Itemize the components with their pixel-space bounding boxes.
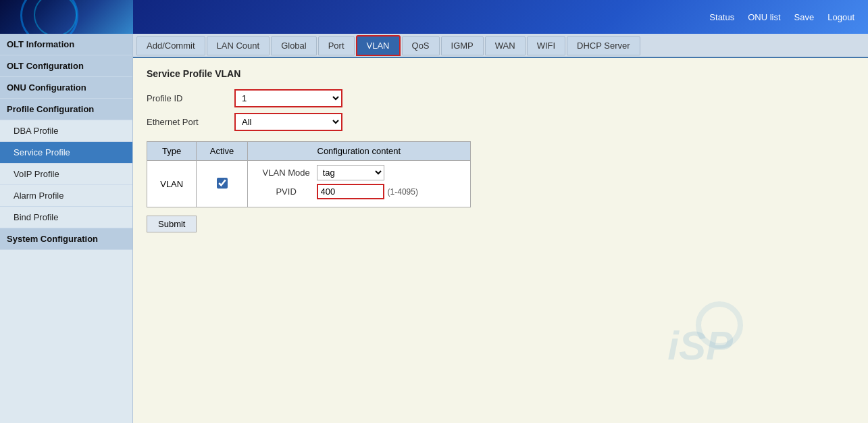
submit-button[interactable]: Submit — [147, 216, 197, 232]
col-config: Configuration content — [247, 142, 470, 161]
page-title: Service Profile VLAN — [147, 68, 854, 79]
status-link[interactable]: Status — [709, 12, 734, 22]
row-active — [197, 161, 247, 207]
onu-list-link[interactable]: ONU list — [748, 12, 780, 22]
pvid-input[interactable] — [317, 184, 384, 199]
row-config: VLAN Mode tag transparent translate PVID — [247, 161, 470, 207]
row-type: VLAN — [147, 161, 197, 207]
vlan-mode-row: VLAN Mode tag transparent translate — [256, 165, 462, 180]
top-nav: Status ONU list Save Logout — [709, 12, 854, 22]
page-content: Service Profile VLAN Profile ID 1 2 3 Et… — [133, 58, 868, 423]
active-checkbox[interactable] — [217, 178, 228, 189]
tab-qos[interactable]: QoS — [402, 36, 440, 55]
pvid-label: PVID — [256, 186, 317, 197]
logout-link[interactable]: Logout — [827, 12, 854, 22]
tab-wifi[interactable]: WIFI — [527, 36, 565, 55]
tab-add-commit[interactable]: Add/Commit — [136, 36, 205, 55]
tab-bar: Add/Commit LAN Count Global Port VLAN Qo… — [133, 34, 868, 58]
vlan-mode-select[interactable]: tag transparent translate — [317, 165, 384, 180]
vlan-table: Type Active Configuration content VLAN — [147, 141, 471, 207]
main-layout: OLT Information OLT Configuration ONU Co… — [0, 34, 868, 423]
tab-dhcp-server[interactable]: DHCP Server — [567, 36, 640, 55]
content-area: Add/Commit LAN Count Global Port VLAN Qo… — [133, 34, 868, 423]
ethernet-port-select[interactable]: All 1 2 3 4 — [234, 113, 342, 131]
sidebar-item-service-profile[interactable]: Service Profile — [0, 142, 132, 164]
sidebar-item-olt-config[interactable]: OLT Configuration — [0, 55, 132, 77]
pvid-row: PVID (1-4095) — [256, 184, 462, 199]
sidebar: OLT Information OLT Configuration ONU Co… — [0, 34, 133, 423]
top-header: Status ONU list Save Logout — [0, 0, 868, 34]
watermark-dot — [696, 301, 743, 349]
profile-id-row: Profile ID 1 2 3 — [147, 89, 854, 107]
sidebar-item-profile-config[interactable]: Profile Configuration — [0, 99, 132, 120]
save-link[interactable]: Save — [794, 12, 815, 22]
sidebar-item-voip-profile[interactable]: VoIP Profile — [0, 164, 132, 185]
ethernet-port-row: Ethernet Port All 1 2 3 4 — [147, 113, 854, 131]
col-type: Type — [147, 142, 197, 161]
tab-wan[interactable]: WAN — [485, 36, 526, 55]
sidebar-item-dba-profile[interactable]: DBA Profile — [0, 120, 132, 142]
tab-global[interactable]: Global — [271, 36, 317, 55]
tab-igmp[interactable]: IGMP — [441, 36, 484, 55]
vlan-mode-label: VLAN Mode — [256, 168, 317, 178]
sidebar-item-alarm-profile[interactable]: Alarm Profile — [0, 185, 132, 207]
profile-id-select[interactable]: 1 2 3 — [234, 89, 342, 107]
col-active: Active — [197, 142, 247, 161]
table-row: VLAN VLAN Mode tag transparent translate — [147, 161, 471, 207]
pvid-hint: (1-4095) — [388, 187, 418, 197]
profile-id-label: Profile ID — [147, 93, 234, 103]
tab-vlan[interactable]: VLAN — [356, 35, 401, 56]
sidebar-item-system-config[interactable]: System Configuration — [0, 228, 132, 250]
watermark: iSP — [667, 322, 733, 369]
tab-port[interactable]: Port — [318, 36, 355, 55]
tab-lan-count[interactable]: LAN Count — [207, 36, 270, 55]
sidebar-item-olt-info[interactable]: OLT Information — [0, 34, 132, 55]
sidebar-item-onu-config[interactable]: ONU Configuration — [0, 77, 132, 99]
ethernet-port-label: Ethernet Port — [147, 117, 234, 127]
sidebar-item-bind-profile[interactable]: Bind Profile — [0, 207, 132, 228]
logo — [0, 0, 133, 34]
